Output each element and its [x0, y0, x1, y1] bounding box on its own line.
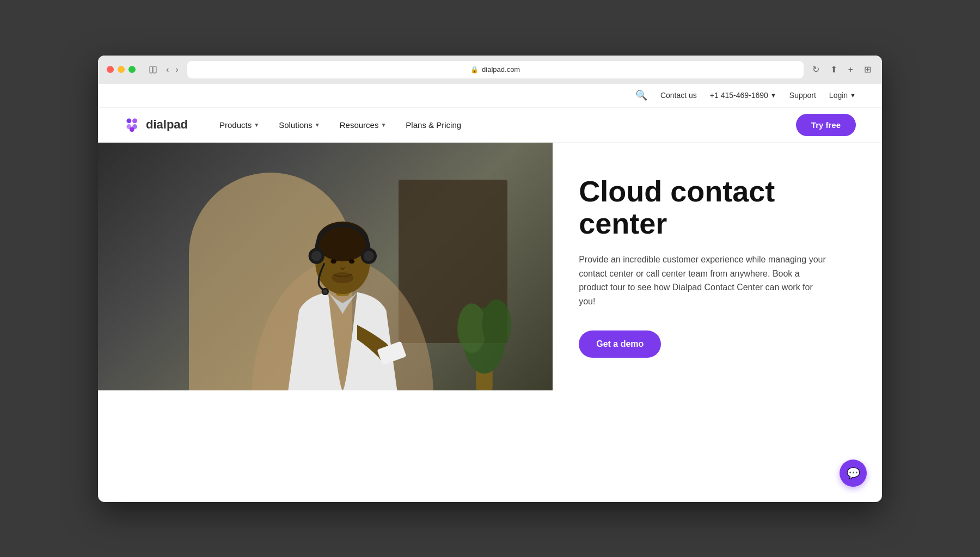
login-link[interactable]: Login ▼	[829, 91, 856, 100]
products-chevron-icon: ▼	[254, 122, 259, 128]
new-tab-button[interactable]: +	[846, 64, 855, 76]
back-button[interactable]: ‹	[164, 64, 171, 75]
nav-item-products[interactable]: Products ▼	[210, 107, 269, 142]
chat-icon: 💬	[847, 467, 860, 480]
hero-content: Cloud contact center Provide an incredib…	[553, 143, 882, 390]
svg-point-24	[482, 299, 511, 349]
chat-widget[interactable]: 💬	[840, 460, 867, 487]
address-bar[interactable]: 🔒 dialpad.com	[187, 61, 804, 78]
browser-window: ‹ › 🔒 dialpad.com ↻ ⬆ + ⊞ 🔍 Contact us +…	[98, 56, 882, 502]
svg-point-6	[130, 127, 134, 132]
nav-items: Products ▼ Solutions ▼ Resources ▼ Plans…	[210, 107, 796, 142]
svg-point-19	[323, 289, 327, 293]
hero-title: Cloud contact center	[579, 175, 856, 240]
hero-description: Provide an incredible customer experienc…	[579, 253, 829, 308]
svg-point-2	[126, 118, 131, 123]
svg-point-15	[311, 251, 322, 261]
svg-rect-1	[153, 66, 156, 73]
logo[interactable]: dialpad	[124, 116, 188, 133]
sidebar-toggle-icon[interactable]	[149, 65, 157, 74]
lock-icon: 🔒	[470, 66, 479, 74]
forward-button[interactable]: ›	[173, 64, 180, 75]
solutions-chevron-icon: ▼	[315, 122, 320, 128]
svg-rect-0	[150, 66, 152, 73]
nav-item-solutions[interactable]: Solutions ▼	[269, 107, 330, 142]
nav-arrows: ‹ ›	[164, 64, 181, 75]
phone-dropdown-icon: ▼	[770, 92, 776, 99]
logo-icon	[124, 116, 142, 133]
get-demo-button[interactable]: Get a demo	[579, 330, 661, 358]
resources-chevron-icon: ▼	[381, 122, 386, 128]
svg-point-13	[332, 272, 353, 283]
svg-point-12	[348, 259, 354, 264]
hero-section: Cloud contact center Provide an incredib…	[98, 143, 882, 390]
nav-solutions-label: Solutions	[279, 120, 313, 130]
login-dropdown-icon: ▼	[850, 92, 856, 99]
title-bar-actions: ↻ ⬆ + ⊞	[810, 63, 873, 76]
maximize-button[interactable]	[128, 66, 136, 73]
nav-item-plans[interactable]: Plans & Pricing	[396, 107, 471, 142]
hero-photo	[98, 143, 553, 390]
nav-item-resources[interactable]: Resources ▼	[330, 107, 396, 142]
svg-point-3	[132, 118, 137, 123]
nav-products-label: Products	[219, 120, 252, 130]
minimize-button[interactable]	[118, 66, 125, 73]
svg-point-11	[330, 259, 336, 264]
plant-decoration	[439, 266, 530, 390]
url-text: dialpad.com	[482, 65, 520, 74]
refresh-button[interactable]: ↻	[810, 63, 822, 76]
utility-bar: 🔍 Contact us +1 415-469-1690 ▼ Support L…	[98, 84, 882, 108]
svg-point-23	[458, 303, 487, 353]
main-nav: dialpad Products ▼ Solutions ▼ Resources…	[98, 108, 882, 143]
share-button[interactable]: ⬆	[828, 63, 840, 76]
login-text: Login	[829, 91, 848, 100]
title-bar: ‹ › 🔒 dialpad.com ↻ ⬆ + ⊞	[98, 56, 882, 84]
phone-number: +1 415-469-1690	[710, 91, 768, 100]
nav-resources-label: Resources	[340, 120, 379, 130]
try-free-button[interactable]: Try free	[796, 114, 856, 136]
content-wrapper: Cloud contact center Provide an incredib…	[98, 143, 882, 502]
nav-plans-label: Plans & Pricing	[406, 120, 461, 130]
svg-point-17	[364, 251, 374, 261]
tabs-button[interactable]: ⊞	[862, 63, 873, 76]
close-button[interactable]	[107, 66, 114, 73]
phone-link[interactable]: +1 415-469-1690 ▼	[710, 91, 776, 100]
support-link[interactable]: Support	[789, 91, 816, 100]
traffic-lights	[107, 66, 136, 73]
hero-image	[98, 143, 553, 390]
search-icon[interactable]: 🔍	[635, 89, 647, 101]
logo-text: dialpad	[146, 118, 188, 132]
contact-us-link[interactable]: Contact us	[660, 91, 697, 100]
